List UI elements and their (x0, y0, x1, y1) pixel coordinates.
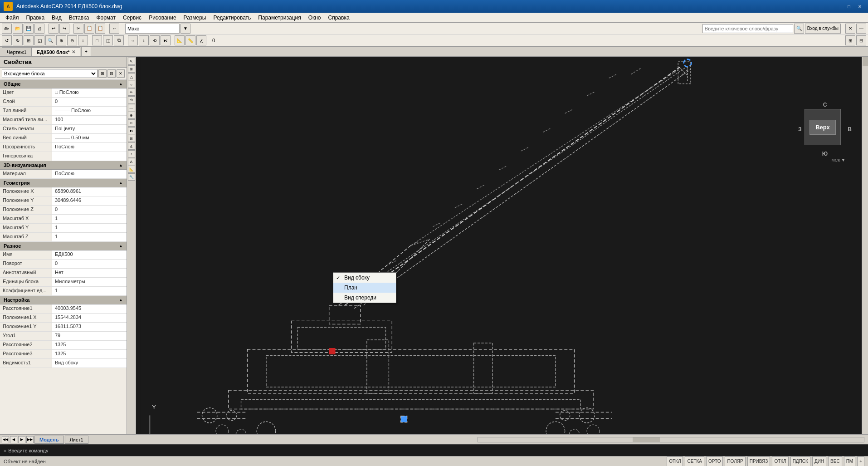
menu-format[interactable]: Формат (93, 14, 119, 22)
status-ortho[interactable]: ОРТО (706, 456, 723, 466)
lt-btn6[interactable]: ⟲ (128, 96, 135, 103)
tab-drawing1[interactable]: Чертеж1 (2, 47, 32, 56)
lt-btn15[interactable]: 📐 (128, 166, 135, 173)
menu-modify[interactable]: Редактировать (210, 14, 254, 22)
minimize-button[interactable]: — (834, 3, 843, 10)
toolbar-macro-btn[interactable]: ▼ (180, 24, 190, 34)
tb2-18[interactable]: ∡ (196, 35, 206, 45)
lt-btn11[interactable]: ⊟ (128, 135, 135, 142)
properties-type-select[interactable]: Вхождение блока (2, 69, 98, 78)
login-button[interactable]: Вход в службы (805, 24, 841, 34)
status-lw[interactable]: ВЕС (828, 456, 842, 466)
toolbar-copy[interactable]: 📋 (84, 24, 94, 34)
toolbar-new[interactable]: 🗁 (2, 24, 12, 34)
nav-first[interactable]: ◀◀ (2, 436, 9, 443)
lt-btn12[interactable]: ∡ (128, 142, 135, 150)
section-misc[interactable]: Разное ▲ (0, 242, 127, 250)
status-ducs[interactable]: ПДПСК (790, 456, 810, 466)
menu-view[interactable]: Вид (48, 14, 65, 22)
vertical-scrollbar[interactable] (862, 57, 868, 434)
toolbar-redo[interactable]: ↪ (59, 24, 69, 34)
close-button[interactable]: ✕ (855, 3, 864, 10)
lt-btn4[interactable]: ○ (128, 81, 135, 88)
tab-new-button[interactable]: + (81, 46, 91, 56)
props-btn2[interactable]: ⊟ (107, 69, 116, 78)
toolbar-undo[interactable]: ↩ (49, 24, 59, 34)
tab-edk500[interactable]: ЕДК500 блок* ✕ (32, 47, 80, 56)
lt-btn16[interactable]: 🔧 (128, 173, 135, 181)
nav-next[interactable]: ▶ (18, 436, 25, 443)
toolbar-open[interactable]: 📂 (13, 24, 23, 34)
menu-parametrize[interactable]: Параметризация (254, 14, 304, 22)
drawing-area[interactable]: [-][Сверху][2D-каркас] Y X (136, 57, 868, 434)
tb2-8[interactable]: ↕ (78, 35, 88, 45)
tb2-3[interactable]: ⊞ (24, 35, 34, 45)
tb2-17[interactable]: 📏 (185, 35, 195, 45)
section-general[interactable]: Общие ▲ (0, 80, 127, 88)
toolbar-save[interactable]: 💾 (24, 24, 34, 34)
tb2-16[interactable]: 📐 (175, 35, 185, 45)
props-btn3[interactable]: ✕ (117, 69, 125, 78)
nav-prev[interactable]: ◀ (10, 436, 17, 443)
tab-close-icon[interactable]: ✕ (72, 49, 75, 54)
tb2-1[interactable]: ↺ (2, 35, 12, 45)
menu-window[interactable]: Окно (305, 14, 325, 22)
tb2-4[interactable]: ◱ (34, 35, 44, 45)
tb2-6[interactable]: ⊕ (56, 35, 66, 45)
section-3d[interactable]: 3D-визуализация ▲ (0, 161, 127, 170)
status-otrack[interactable]: ОТКЛ (772, 456, 788, 466)
menu-service[interactable]: Сервис (119, 14, 145, 22)
tb2-right2[interactable]: ⊟ (856, 35, 866, 45)
tab-sheet1[interactable]: Лист1 (65, 436, 88, 444)
tb2-14[interactable]: ⟲ (150, 35, 160, 45)
search-button[interactable]: 🔍 (794, 24, 804, 34)
tab-model[interactable]: Модель (34, 436, 64, 444)
lt-btn13[interactable]: ↕ (128, 150, 135, 157)
status-snap[interactable]: ОТКЛ (667, 456, 683, 466)
lt-btn7[interactable]: — (128, 104, 135, 111)
menu-edit[interactable]: Правка (23, 14, 49, 22)
nav-cube-face[interactable]: Верх (805, 109, 841, 145)
lt-btn5[interactable]: ✏ (128, 88, 135, 96)
maximize-button[interactable]: □ (844, 3, 853, 10)
menu-insert[interactable]: Вставка (65, 14, 93, 22)
tb2-right1[interactable]: ⊞ (845, 35, 855, 45)
nav-last[interactable]: ▶▶ (26, 436, 34, 443)
ctx-item-plan[interactable]: План (333, 283, 396, 293)
status-qp[interactable]: + (857, 456, 864, 466)
ctx-item-side-view[interactable]: ✓ Вид сбоку (333, 273, 396, 283)
tb2-5[interactable]: 🔍 (45, 35, 55, 45)
toolbar-macro-dropdown[interactable]: Макс (125, 24, 180, 34)
horizontal-scrollbar[interactable] (478, 437, 864, 442)
menu-dimensions[interactable]: Размеры (180, 14, 210, 22)
toolbar-print[interactable]: 🖨 (34, 24, 44, 34)
section-setup[interactable]: Настройка ▲ (0, 296, 127, 304)
props-btn1[interactable]: ⊞ (98, 69, 107, 78)
menu-draw[interactable]: Рисование (145, 14, 180, 22)
toolbar-paste[interactable]: 📋 (95, 24, 105, 34)
lt-btn8[interactable]: ⊕ (128, 112, 135, 119)
nav-cube-top-face[interactable]: Верх (809, 120, 836, 135)
tb2-12[interactable]: ↔ (128, 35, 138, 45)
toolbar-match[interactable]: ↔ (109, 24, 119, 34)
status-grid[interactable]: СЕТКА (685, 456, 704, 466)
menu-help[interactable]: Справка (325, 14, 353, 22)
tb2-9[interactable]: □ (92, 35, 102, 45)
toolbar-close-right[interactable]: ✕ (845, 24, 855, 34)
lt-btn3[interactable]: △ (128, 73, 135, 80)
toolbar-cut[interactable]: ✂ (73, 24, 83, 34)
tb2-10[interactable]: ◫ (103, 35, 113, 45)
lt-btn2[interactable]: ⊞ (128, 65, 135, 73)
tb2-7[interactable]: ⊖ (67, 35, 77, 45)
status-dyn[interactable]: ДИН (812, 456, 826, 466)
lt-btn10[interactable]: ⧔ (128, 127, 135, 134)
toolbar-minimize-right[interactable]: — (856, 24, 866, 34)
lt-btn1[interactable]: ↖ (128, 58, 135, 65)
section-geometry[interactable]: Геометрия ▲ (0, 179, 127, 187)
status-tpm[interactable]: ПМ (844, 456, 856, 466)
status-polar[interactable]: ПОЛЯР (725, 456, 745, 466)
status-osnap[interactable]: ПРИВЯЗ (747, 456, 770, 466)
tb2-11[interactable]: ⧉ (114, 35, 124, 45)
lt-btn9[interactable]: ✂ (128, 119, 135, 127)
tb2-2[interactable]: ↻ (13, 35, 23, 45)
